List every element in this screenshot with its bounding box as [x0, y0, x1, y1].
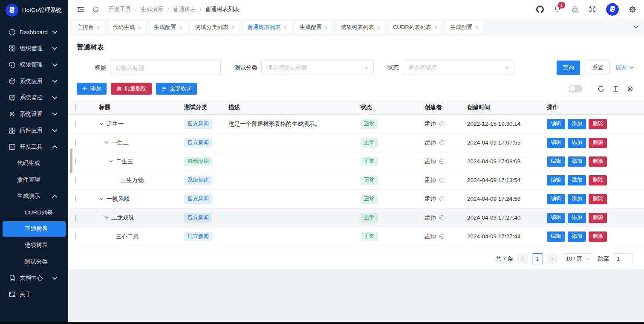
sidebar-item-normal-tree[interactable]: 普通树表: [3, 221, 66, 237]
fullscreen-icon[interactable]: [589, 6, 596, 13]
tab-1[interactable]: 主控台×: [73, 21, 104, 33]
row-action-button[interactable]: 编辑: [547, 231, 565, 242]
tree-expand-chevron-icon[interactable]: [108, 159, 113, 164]
sidebar-item-doc-center[interactable]: 文档中心: [0, 270, 68, 286]
sidebar-item-system-settings[interactable]: 系统设置: [0, 106, 68, 123]
page-reload-icon[interactable]: [92, 6, 99, 13]
row-checkbox[interactable]: [75, 195, 76, 202]
breadcrumb-item[interactable]: 开发工具: [108, 6, 131, 13]
vertical-scrollbar-thumb[interactable]: [70, 148, 72, 173]
row-delete-button[interactable]: 删除: [589, 138, 607, 148]
tab-close-icon[interactable]: ×: [434, 25, 438, 30]
sidebar-item-org-manage[interactable]: 组织管理: [0, 40, 68, 57]
user-avatar[interactable]: [606, 3, 619, 16]
row-delete-button[interactable]: 删除: [589, 119, 607, 129]
sidebar-item-dev-tools[interactable]: 开发工具: [0, 139, 68, 156]
sidebar-item-plugin-app[interactable]: 插件应用: [0, 122, 68, 139]
tab-close-icon[interactable]: ×: [231, 25, 235, 30]
tree-expand-chevron-icon[interactable]: [99, 197, 104, 202]
breadcrumb-item[interactable]: 生成演示: [141, 6, 164, 13]
row-action-button[interactable]: 添加: [568, 194, 586, 204]
sidebar-item-system-monitor[interactable]: 系统监控: [0, 90, 68, 106]
sidebar-item-gen-demo[interactable]: 生成演示: [0, 188, 68, 205]
refresh-table-icon[interactable]: [598, 85, 605, 93]
row-action-button[interactable]: 添加: [568, 156, 586, 167]
notifications-button[interactable]: 1: [554, 5, 561, 14]
tab-2[interactable]: 代码生成×: [109, 21, 146, 33]
row-checkbox[interactable]: [75, 176, 76, 184]
tab-5[interactable]: 普通树表列表×: [243, 21, 291, 33]
add-button[interactable]: 添加: [77, 83, 107, 95]
row-checkbox[interactable]: [75, 233, 76, 240]
tab-4[interactable]: 测试分类列表×: [191, 21, 239, 33]
category-filter-select[interactable]: 请选择测试分类: [261, 61, 374, 75]
tab-6[interactable]: 生成配置×: [295, 21, 332, 33]
row-action-button[interactable]: 添加: [568, 175, 586, 185]
row-action-button[interactable]: 编辑: [547, 194, 565, 204]
expand-filters-link[interactable]: 展开: [615, 64, 634, 72]
page-number-1[interactable]: 1: [532, 253, 543, 264]
tab-close-icon[interactable]: ×: [283, 25, 287, 30]
tab-close-icon[interactable]: ×: [377, 25, 381, 30]
row-action-button[interactable]: 编辑: [547, 175, 565, 185]
github-icon[interactable]: [536, 6, 544, 13]
select-all-checkbox[interactable]: [75, 104, 76, 111]
row-delete-button[interactable]: 删除: [589, 194, 607, 204]
tab-close-icon[interactable]: ×: [325, 25, 328, 30]
sidebar-item-about[interactable]: 关于: [0, 286, 68, 303]
next-page-button[interactable]: [547, 253, 558, 264]
row-action-button[interactable]: 添加: [568, 138, 586, 148]
sidebar-item-test-category[interactable]: 测试分类: [0, 254, 68, 270]
tree-expand-chevron-icon[interactable]: [99, 122, 104, 127]
search-button[interactable]: 查询: [557, 61, 580, 75]
row-density-icon[interactable]: [612, 85, 619, 93]
reset-button[interactable]: 重置: [586, 61, 610, 75]
row-action-button[interactable]: 编辑: [547, 213, 565, 223]
tab-9[interactable]: 生成配置×: [446, 21, 483, 33]
sidebar-item-system-app[interactable]: 系统应用: [0, 73, 68, 90]
tab-3[interactable]: 生成配置×: [150, 21, 187, 33]
logo[interactable]: HotGo管理系统: [0, 0, 68, 20]
row-delete-button[interactable]: 删除: [589, 231, 607, 242]
row-action-button[interactable]: 添加: [568, 119, 586, 129]
row-checkbox[interactable]: [75, 120, 76, 127]
batch-delete-button[interactable]: 批量删除: [111, 83, 152, 95]
sidebar-item-code-gen[interactable]: 代码生成: [0, 155, 68, 172]
tabs-menu-chevron-icon[interactable]: [632, 24, 639, 31]
row-checkbox[interactable]: [75, 214, 76, 221]
tab-8[interactable]: CUDR列表列表×: [389, 21, 442, 33]
row-delete-button[interactable]: 删除: [589, 175, 607, 185]
breadcrumb-item[interactable]: 普通树表: [173, 6, 196, 13]
row-action-button[interactable]: 添加: [568, 231, 586, 242]
row-action-button[interactable]: 添加: [568, 213, 586, 223]
row-action-button[interactable]: 编辑: [547, 138, 565, 148]
tab-close-icon[interactable]: ×: [97, 25, 100, 30]
tab-close-icon[interactable]: ×: [138, 25, 142, 30]
sidebar-item-plugin-manage[interactable]: 插件管理: [0, 172, 68, 188]
sidebar-item-dashboard[interactable]: Dashboard: [0, 24, 68, 40]
striped-toggle[interactable]: [569, 85, 583, 93]
row-action-button[interactable]: 编辑: [547, 119, 565, 129]
title-filter-input[interactable]: [110, 61, 221, 75]
tree-expand-chevron-icon[interactable]: [104, 140, 109, 145]
tab-close-icon[interactable]: ×: [179, 25, 182, 30]
prev-page-button[interactable]: [517, 253, 528, 264]
tree-expand-chevron-icon[interactable]: [104, 215, 109, 220]
status-filter-select[interactable]: 请选择状态: [403, 61, 514, 75]
tab-close-icon[interactable]: ×: [475, 25, 479, 30]
collapse-all-button[interactable]: 全部收起: [156, 83, 197, 95]
sidebar-item-curd-list[interactable]: CURD列表: [0, 205, 68, 221]
column-settings-gear-icon[interactable]: [627, 85, 634, 93]
sidebar-item-permission-manage[interactable]: 权限管理: [0, 57, 68, 73]
row-delete-button[interactable]: 删除: [589, 156, 607, 167]
sidebar-item-option-tree[interactable]: 选项树表: [0, 237, 68, 254]
row-checkbox[interactable]: [75, 139, 76, 146]
jump-to-page-input[interactable]: [613, 253, 632, 264]
menu-collapse-icon[interactable]: [77, 6, 84, 13]
tab-7[interactable]: 选项树表列表×: [337, 21, 385, 33]
page-size-select[interactable]: 10 / 页: [562, 253, 594, 264]
row-delete-button[interactable]: 删除: [589, 213, 607, 223]
row-action-button[interactable]: 编辑: [547, 156, 565, 167]
lock-screen-icon[interactable]: [571, 6, 579, 13]
settings-gear-icon[interactable]: [629, 6, 636, 13]
